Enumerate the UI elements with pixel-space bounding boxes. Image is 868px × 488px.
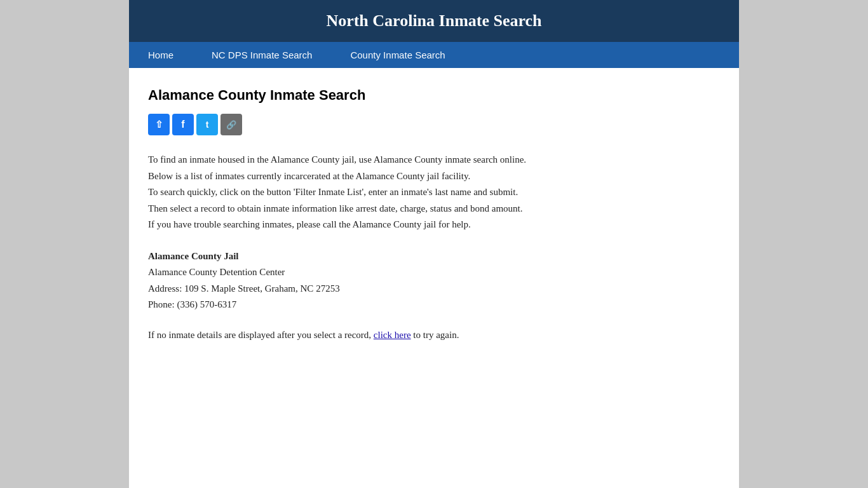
- footer-note-after: to try again.: [413, 330, 459, 340]
- desc-line3: To search quickly, click on the button '…: [148, 184, 714, 201]
- facebook-button[interactable]: f: [172, 114, 194, 135]
- jail-facility: Alamance County Detention Center: [148, 264, 714, 281]
- desc-line4: Then select a record to obtain inmate in…: [148, 201, 714, 217]
- jail-phone: Phone: (336) 570-6317: [148, 297, 714, 313]
- link-icon: 🔗: [226, 120, 236, 130]
- address-value: 109 S. Maple Street, Graham, NC 27253: [184, 283, 340, 294]
- desc-line2: Below is a list of inmates currently inc…: [148, 168, 714, 185]
- twitter-button[interactable]: t: [196, 114, 218, 135]
- site-title: North Carolina Inmate Search: [326, 11, 541, 30]
- footer-note: If no inmate details are displayed after…: [148, 327, 714, 344]
- description-text: To find an inmate housed in the Alamance…: [148, 152, 714, 233]
- copy-link-button[interactable]: 🔗: [220, 114, 242, 135]
- jail-address: Address: 109 S. Maple Street, Graham, NC…: [148, 281, 714, 297]
- jail-name: Alamance County Jail: [148, 248, 714, 265]
- main-content: Alamance County Inmate Search ⇧ f t 🔗 To…: [129, 68, 739, 369]
- nav-item-home[interactable]: Home: [129, 42, 193, 68]
- facebook-icon: f: [181, 119, 184, 130]
- address-label: Address:: [148, 283, 184, 294]
- main-nav: Home NC DPS Inmate Search County Inmate …: [129, 42, 739, 68]
- desc-line1: To find an inmate housed in the Alamance…: [148, 152, 714, 168]
- share-button[interactable]: ⇧: [148, 114, 170, 135]
- phone-label: Phone:: [148, 299, 177, 309]
- twitter-icon: t: [206, 119, 209, 130]
- site-header: North Carolina Inmate Search: [129, 0, 739, 42]
- phone-value: (336) 570-6317: [177, 299, 236, 309]
- nav-item-county[interactable]: County Inmate Search: [331, 42, 464, 68]
- footer-note-before: If no inmate details are displayed after…: [148, 330, 374, 340]
- social-share: ⇧ f t 🔗: [148, 114, 714, 135]
- nav-item-dps[interactable]: NC DPS Inmate Search: [193, 42, 331, 68]
- jail-info: Alamance County Jail Alamance County Det…: [148, 248, 714, 313]
- share-icon: ⇧: [155, 119, 163, 130]
- page-heading: Alamance County Inmate Search: [148, 87, 714, 104]
- desc-line5: If you have trouble searching inmates, p…: [148, 217, 714, 233]
- click-here-link[interactable]: click here: [374, 330, 411, 340]
